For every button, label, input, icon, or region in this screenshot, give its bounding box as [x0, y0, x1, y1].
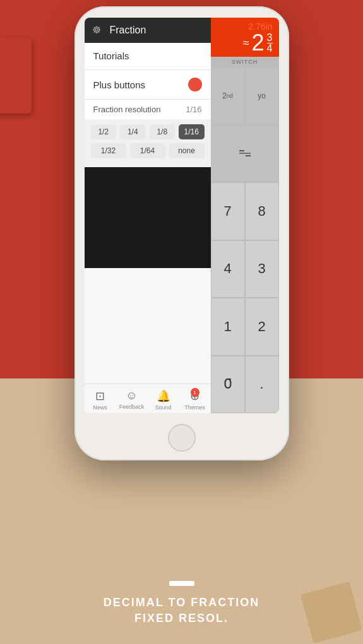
calc-fraction-display: 3 4 [267, 33, 273, 54]
nav-item-news[interactable]: ⊡ News [85, 389, 116, 411]
calc-row-5: 1 2 [211, 298, 279, 356]
bottom-line-2: FIXED RESOL. [134, 612, 229, 625]
plus-buttons-row[interactable]: Plus buttons [85, 70, 211, 100]
frac-btn-32[interactable]: 1/32 [91, 143, 126, 158]
frac-btn-quarter[interactable]: 1/4 [120, 124, 146, 139]
calc-buttons: 2nd yo 7 8 [211, 67, 279, 413]
phone-frame: ☸ Fraction Tutorials Plus buttons Fracti… [74, 6, 289, 460]
feedback-icon: ☺ [126, 389, 137, 402]
calc-row-6: 0̄ . [211, 356, 279, 414]
menu-icon: ☸ [92, 24, 105, 37]
calc-btn-7[interactable]: 7 [211, 182, 245, 240]
approx-symbol: ≈ [243, 37, 249, 50]
calc-btn-dot[interactable]: . [245, 356, 279, 414]
calc-whole-number: 2 [252, 32, 265, 54]
fraction-res-value: 1/16 [186, 105, 201, 114]
svg-rect-2 [246, 155, 251, 156]
themes-badge: 1 [191, 388, 199, 397]
calc-row-3: 7 8 [211, 182, 279, 240]
fraction-options: 1/2 1/4 1/8 1/16 1/32 1/64 none [85, 119, 211, 167]
calc-denominator: 4 [267, 43, 273, 54]
plus-buttons-label: Plus buttons [93, 79, 146, 90]
phone-screen: ☸ Fraction Tutorials Plus buttons Fracti… [85, 18, 279, 413]
fraction-resolution-section: Fraction resolution 1/16 1/2 1/4 1/8 1/1… [85, 100, 211, 167]
fraction-row-1: 1/2 1/4 1/8 1/16 [91, 124, 205, 139]
tutorials-row[interactable]: Tutorials [85, 43, 211, 70]
calc-btn-2nd[interactable]: 2nd [211, 67, 245, 125]
black-panel [85, 167, 211, 268]
nav-item-sound[interactable]: 🔔 Sound [148, 389, 179, 411]
calculator-panel: 2.76in ≈ 2 3 4 SWITCH 2nd [211, 18, 279, 413]
calc-btn-0[interactable]: 0̄ [211, 356, 245, 414]
home-button[interactable] [168, 424, 196, 452]
nav-item-themes[interactable]: ⊕ 1 Themes [179, 389, 211, 411]
calc-btn-yo[interactable]: yo [245, 67, 279, 125]
nav-item-feedback[interactable]: ☺ Feedback [116, 389, 148, 411]
decorative-red-card [0, 38, 32, 114]
svg-rect-0 [239, 150, 244, 151]
nav-label-themes: Themes [184, 404, 205, 411]
header-title: Fraction [110, 25, 146, 36]
white-bar-divider [169, 581, 194, 586]
fraction-row-2: 1/32 1/64 none [91, 143, 205, 158]
sound-icon: 🔔 [157, 389, 170, 403]
bottom-line-1: DECIMAL TO FRACTION [104, 596, 259, 609]
frac-btn-half[interactable]: 1/2 [91, 124, 117, 139]
news-icon: ⊡ [95, 389, 105, 403]
plus-buttons-toggle[interactable] [188, 78, 202, 91]
switch-bar[interactable]: SWITCH [211, 57, 279, 67]
bottom-nav: ⊡ News ☺ Feedback 🔔 Sound ⊕ 1 Themes [85, 383, 211, 413]
settings-panel: ☸ Fraction Tutorials Plus buttons Fracti… [85, 18, 211, 413]
frac-btn-none[interactable]: none [169, 143, 205, 158]
frac-btn-eighth[interactable]: 1/8 [150, 124, 176, 139]
frac-btn-sixteenth[interactable]: 1/16 [179, 124, 205, 139]
calc-btn-4[interactable]: 4 [211, 240, 245, 298]
nav-label-feedback: Feedback [119, 404, 145, 410]
fraction-res-label: Fraction resolution [93, 105, 161, 114]
settings-content: Tutorials Plus buttons Fraction resoluti… [85, 43, 211, 383]
calc-btn-1[interactable]: 1 [211, 298, 245, 356]
settings-header: ☸ Fraction [85, 18, 211, 43]
switch-label: SWITCH [232, 59, 258, 65]
calc-value-row: ≈ 2 3 4 [217, 32, 273, 54]
bottom-text-section: DECIMAL TO FRACTION FIXED RESOL. [0, 581, 363, 625]
calc-btn-fraction[interactable] [211, 125, 279, 183]
tutorials-label: Tutorials [93, 50, 129, 61]
calc-row-2 [211, 125, 279, 183]
calc-btn-3[interactable]: 3 [245, 240, 279, 298]
calc-btn-8[interactable]: 8 [245, 182, 279, 240]
fraction-res-header-row: Fraction resolution 1/16 [85, 100, 211, 119]
calc-row-4: 4 3 [211, 240, 279, 298]
calc-numerator: 3 [267, 33, 273, 43]
calc-display: 2.76in ≈ 2 3 4 [211, 18, 279, 57]
nav-label-sound: Sound [155, 404, 171, 411]
nav-label-news: News [93, 404, 107, 411]
frac-btn-64[interactable]: 1/64 [130, 143, 165, 158]
calc-row-1: 2nd yo [211, 67, 279, 125]
calc-btn-2[interactable]: 2 [245, 298, 279, 356]
